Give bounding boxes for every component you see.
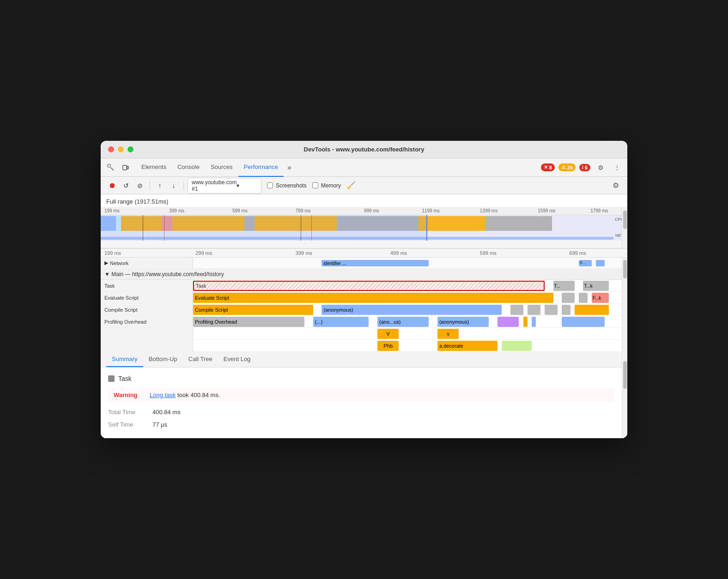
reload-record-button[interactable]: ↺ [120, 180, 132, 192]
summary-panel: Task Warning Long task took 400.84 ms. T… [101, 368, 622, 438]
network-row: ▶ Network identifier ... e... [101, 258, 622, 269]
download-button[interactable]: ↓ [168, 180, 180, 192]
warning-icon: ⚠ [561, 164, 566, 170]
po-blue-1 [532, 317, 536, 327]
flame-scrollbar[interactable] [622, 258, 627, 352]
dots-bar: (...) [313, 317, 369, 327]
tab-event-log[interactable]: Event Log [218, 352, 256, 367]
flame-chart-main: ▶ Network identifier ... e... ▼ Main — h… [101, 258, 622, 352]
broom-icon[interactable]: 🧹 [346, 181, 356, 190]
network-task-3 [596, 260, 605, 266]
eval-small-1 [562, 293, 575, 303]
devtools-tabs-bar: Elements Console Sources Performance » ✕… [101, 158, 627, 177]
tab-console[interactable]: Console [172, 158, 205, 177]
tab-sources[interactable]: Sources [205, 158, 238, 177]
device-toolbar-icon[interactable] [119, 161, 132, 174]
self-time-row: Self Time 77 μs [108, 418, 614, 431]
phb-row-content[interactable]: Phb a.decorate [193, 340, 622, 351]
network-label: Network [110, 260, 128, 266]
inspect-element-icon[interactable] [104, 161, 117, 174]
tab-summary[interactable]: Summary [106, 352, 143, 367]
po-blue-2 [562, 317, 605, 327]
compile-small-4 [562, 305, 570, 315]
bottom-panel: Summary Bottom-Up Call Tree Event Log Ta… [101, 352, 627, 438]
evaluate-script-bar: Evaluate Script [193, 293, 553, 303]
toolbar-divider-2 [183, 181, 184, 190]
info-icon: i [582, 165, 583, 170]
warning-badge[interactable]: ⚠ 20 [558, 163, 576, 171]
timeline-overview[interactable]: 199 ms 399 ms 599 ms 799 ms 999 ms 1199 … [101, 207, 627, 248]
phb-row-label [101, 340, 193, 351]
more-tabs-button[interactable]: » [284, 158, 295, 177]
task-row-label: Task [101, 280, 193, 291]
compile-script-label: Compile Script [101, 304, 193, 315]
devtools-right-section: ✕ 8 ⚠ 20 i 6 ⚙ ⋮ [541, 161, 624, 174]
compile-right-bar [575, 305, 609, 315]
warning-label: Warning [114, 392, 146, 398]
ruler-mark-399: 399 ms [169, 208, 184, 213]
network-row-content[interactable]: identifier ... e... [193, 258, 622, 268]
timeline-chart[interactable]: CPU NET [101, 215, 627, 241]
evaluate-script-content[interactable]: Evaluate Script F...k [193, 292, 622, 303]
error-icon: ✕ [544, 164, 548, 170]
summary-task-label: Task [118, 375, 132, 382]
screenshots-checkbox[interactable] [267, 182, 273, 188]
tab-call-tree[interactable]: Call Tree [183, 352, 218, 367]
task-row[interactable]: Task Task T... T...k [101, 280, 622, 292]
warning-text: took 400.84 ms. [177, 392, 220, 398]
memory-checkbox-group: Memory [312, 182, 341, 189]
warning-count: 20 [567, 165, 573, 170]
flame-scrollbar-thumb [623, 260, 627, 278]
close-button[interactable] [108, 146, 114, 152]
record-button[interactable]: ⏺ [106, 180, 118, 192]
v-row[interactable]: V v [101, 328, 622, 340]
overview-scrollbar[interactable] [622, 207, 627, 248]
settings-icon[interactable]: ⚙ [594, 161, 607, 174]
phb-row[interactable]: Phb a.decorate [101, 340, 622, 352]
maximize-button[interactable] [127, 146, 133, 152]
ruler-mark-799: 799 ms [296, 208, 311, 213]
url-selector[interactable]: www.youtube.com #1 ▾ [188, 178, 261, 193]
screenshots-checkbox-group: Screenshots [267, 182, 307, 189]
compile-script-content[interactable]: Compile Script (anonymous) [193, 304, 622, 315]
tab-performance[interactable]: Performance [238, 158, 284, 177]
v-row-content[interactable]: V v [193, 328, 622, 339]
bottom-scrollbar[interactable] [622, 352, 627, 438]
flame-chart-wrapper: ▶ Network identifier ... e... ▼ Main — h… [101, 258, 627, 352]
detail-ruler: 199 ms 299 ms 399 ms 499 ms 599 ms 699 m… [101, 248, 627, 258]
phb-bar: Phb [377, 341, 399, 351]
info-badge[interactable]: i 6 [579, 164, 590, 171]
profiling-overhead-content[interactable]: Profiling Overhead (...) (ano...us) (ano… [193, 316, 622, 327]
long-task-link[interactable]: Long task [150, 392, 176, 398]
error-badge[interactable]: ✕ 8 [541, 163, 555, 171]
more-options-icon[interactable]: ⋮ [611, 161, 624, 174]
profiling-overhead-row[interactable]: Profiling Overhead Profiling Overhead (.… [101, 316, 622, 328]
ruler-mark-599: 599 ms [232, 208, 248, 213]
capture-settings-icon[interactable]: ⚙ [610, 180, 622, 192]
cursor-line-1 [143, 215, 143, 241]
summary-title: Task [108, 375, 614, 382]
error-count: 8 [549, 165, 552, 170]
tab-bottom-up[interactable]: Bottom-Up [143, 352, 183, 367]
compile-small-1 [510, 305, 523, 315]
cursor-line-2 [301, 215, 301, 241]
minimize-button[interactable] [118, 146, 124, 152]
svg-rect-0 [108, 164, 110, 167]
task-row-content[interactable]: Task T... T...k [193, 280, 622, 291]
compile-script-bar: Compile Script [193, 305, 313, 315]
compile-small-3 [545, 305, 558, 315]
eval-small-2 [579, 293, 588, 303]
tab-elements[interactable]: Elements [136, 158, 172, 177]
full-range-header: Full range (1917.51ms) [101, 194, 627, 207]
network-row-label[interactable]: ▶ Network [101, 258, 193, 268]
clear-button[interactable]: ⊘ [134, 180, 146, 192]
bottom-panel-content: Summary Bottom-Up Call Tree Event Log Ta… [101, 352, 622, 438]
warning-row: Warning Long task took 400.84 ms. [108, 388, 614, 402]
po-yellow-1 [523, 317, 528, 327]
memory-checkbox[interactable] [312, 182, 318, 188]
upload-button[interactable]: ↑ [154, 180, 166, 192]
self-time-label: Self Time [108, 421, 145, 428]
evaluate-script-row[interactable]: Evaluate Script Evaluate Script F...k [101, 292, 622, 304]
compile-script-row[interactable]: Compile Script Compile Script (anonymous… [101, 304, 622, 316]
eval-fk-bar: F...k [592, 293, 609, 303]
